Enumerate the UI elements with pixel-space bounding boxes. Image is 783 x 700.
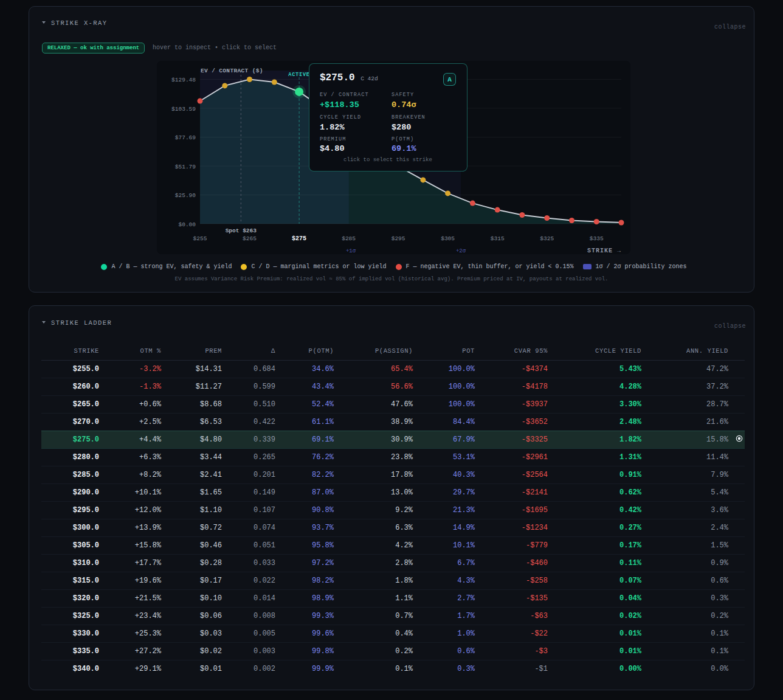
svg-text:$285: $285 — [342, 235, 356, 242]
svg-text:$305: $305 — [441, 235, 455, 242]
svg-text:$103.59: $103.59 — [171, 106, 196, 113]
svg-text:$295: $295 — [392, 235, 405, 242]
svg-text:$77.69: $77.69 — [175, 134, 196, 141]
svg-text:$129.48: $129.48 — [171, 77, 196, 83]
svg-text:Spot $263: Spot $263 — [226, 227, 257, 234]
svg-text:$275: $275 — [292, 235, 306, 242]
svg-text:$335: $335 — [590, 235, 604, 242]
svg-text:$0.00: $0.00 — [178, 221, 196, 228]
svg-text:STRIKE →: STRIKE → — [587, 248, 621, 254]
svg-text:$265: $265 — [243, 235, 257, 242]
svg-text:$255: $255 — [193, 235, 207, 242]
svg-text:$315: $315 — [491, 235, 505, 242]
svg-text:+2σ: +2σ — [456, 248, 466, 254]
svg-text:ACTIVE: ACTIVE — [288, 72, 309, 78]
svg-text:EV / CONTRACT ($): EV / CONTRACT ($) — [201, 68, 263, 74]
svg-text:+1σ: +1σ — [346, 248, 356, 254]
svg-text:$51.79: $51.79 — [175, 164, 196, 170]
svg-text:$25.90: $25.90 — [175, 192, 196, 199]
svg-text:$325: $325 — [540, 235, 554, 242]
